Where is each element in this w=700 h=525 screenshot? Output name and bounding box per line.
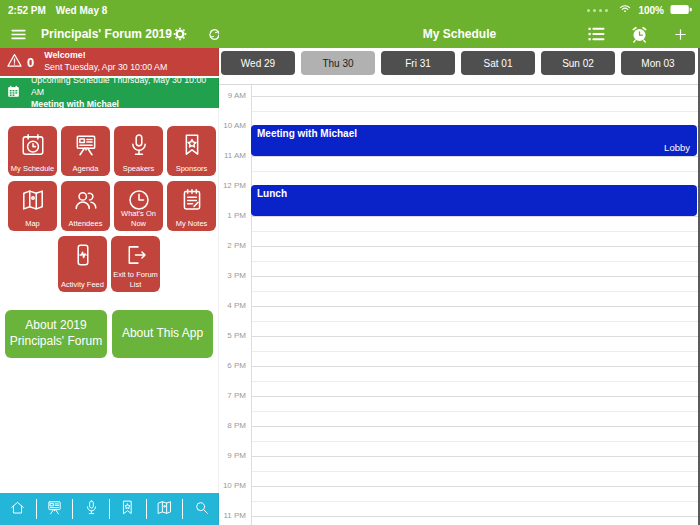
event-lunch[interactable]: Lunch (251, 185, 697, 216)
status-bar: 2:52 PM Wed May 8 100% (0, 0, 700, 20)
hour-label: 6 PM (219, 361, 246, 371)
tile-label: Activity Feed (59, 280, 106, 289)
hour-label: 9 AM (219, 91, 246, 101)
tile-label: My Schedule (9, 164, 56, 173)
hour-line (251, 306, 700, 307)
half-hour-line (251, 441, 700, 442)
about-forum-button[interactable]: About 2019 Principals' Forum (5, 310, 107, 358)
hour-line (251, 216, 700, 217)
hour-label: 5 PM (219, 331, 246, 341)
tile-exit-to-forum-list[interactable]: Exit to Forum List (111, 236, 160, 292)
hour-line (251, 396, 700, 397)
tab-thu-30[interactable]: Thu 30 (301, 51, 375, 75)
half-hour-line (251, 471, 700, 472)
quick-access-toolbar (0, 493, 219, 525)
toolbar-agenda-button[interactable] (37, 493, 73, 525)
hour-label: 11 PM (219, 511, 246, 521)
half-hour-line (251, 111, 700, 112)
schedule-header: My Schedule (219, 20, 700, 48)
tile-my-notes[interactable]: My Notes (167, 181, 216, 231)
battery-icon (670, 4, 692, 17)
toolbar-home-button[interactable] (0, 493, 36, 525)
tile-activity-feed[interactable]: Activity Feed (58, 236, 107, 292)
toolbar-map-button[interactable] (147, 493, 183, 525)
alert-subtitle: Sent Tuesday, Apr 30 10:00 AM (44, 62, 167, 74)
hour-line (251, 456, 700, 457)
tab-sat-01[interactable]: Sat 01 (461, 51, 535, 75)
left-nav-header: Principals' Forum 2019 (0, 20, 219, 48)
reminders-button[interactable] (630, 25, 649, 44)
toolbar-sponsors-button[interactable] (110, 493, 146, 525)
hour-label: 8 PM (219, 421, 246, 431)
upcoming-schedule-banner[interactable]: Upcoming Schedule Thursday, May 30 10:00… (0, 78, 219, 108)
tile-label: What's On Now (115, 209, 162, 228)
tab-mon-03[interactable]: Mon 03 (621, 51, 695, 75)
half-hour-line (251, 381, 700, 382)
hour-label: 12 PM (219, 181, 246, 191)
alarm-clock-icon (630, 25, 649, 44)
upcoming-line2: Meeting with Michael (31, 99, 213, 111)
about-app-button[interactable]: About This App (112, 310, 213, 358)
upcoming-line1: Upcoming Schedule Thursday, May 30 10:00… (31, 75, 213, 99)
tab-fri-31[interactable]: Fri 31 (381, 51, 455, 75)
hour-line (251, 426, 700, 427)
battery-percent: 100% (638, 5, 664, 16)
hamburger-icon (10, 26, 27, 43)
tile-sponsors[interactable]: Sponsors (167, 126, 216, 176)
tile-attendees[interactable]: Attendees (61, 181, 110, 231)
half-hour-line (251, 171, 700, 172)
menu-button[interactable] (10, 26, 27, 43)
half-hour-line (251, 501, 700, 502)
tile-my-schedule[interactable]: My Schedule (8, 126, 57, 176)
hour-line (251, 156, 700, 157)
tab-wed-29[interactable]: Wed 29 (221, 51, 295, 75)
alert-count: 0 (27, 55, 34, 70)
hour-label: 11 AM (219, 151, 246, 161)
toolbar-search-button[interactable] (183, 493, 219, 525)
alert-banner[interactable]: 0 Welcome! Sent Tuesday, Apr 30 10:00 AM (0, 48, 219, 76)
settings-button[interactable] (172, 26, 188, 42)
panel-divider (218, 48, 219, 525)
home-icon (9, 499, 26, 520)
hour-label: 3 PM (219, 271, 246, 281)
hour-label: 1 PM (219, 211, 246, 221)
wifi-icon (618, 2, 632, 18)
search-icon (193, 499, 210, 520)
hour-line (251, 276, 700, 277)
tile-label: Speakers (115, 164, 162, 173)
map-icon (156, 499, 173, 520)
tile-speakers[interactable]: Speakers (114, 126, 163, 176)
tab-sun-02[interactable]: Sun 02 (541, 51, 615, 75)
gear-icon (172, 26, 188, 42)
tile-label: Attendees (62, 219, 109, 228)
schedule-grid[interactable]: 9 AM10 AM11 AM12 PM1 PM2 PM3 PM4 PM5 PM6… (219, 85, 700, 525)
status-time: 2:52 PM (8, 5, 46, 16)
tile-map[interactable]: Map (8, 181, 57, 231)
tile-label: Map (9, 219, 56, 228)
tile-agenda[interactable]: Agenda (61, 126, 110, 176)
list-view-button[interactable] (586, 24, 606, 44)
event-meeting-with-michael[interactable]: Meeting with MichaelLobby (251, 125, 697, 156)
tile-label: Exit to Forum List (112, 270, 159, 289)
event-title: Lunch (257, 188, 691, 199)
toolbar-speakers-button[interactable] (73, 493, 109, 525)
hour-label: 2 PM (219, 241, 246, 251)
day-tab-bar: Wed 29Thu 30Fri 31Sat 01Sun 02Mon 03 (219, 48, 700, 85)
hour-label: 10 AM (219, 121, 246, 131)
hour-line (251, 336, 700, 337)
calendar-icon (6, 84, 21, 103)
tile-label: Sponsors (168, 164, 215, 173)
presentation-icon (46, 499, 63, 520)
tile-what-s-on-now[interactable]: What's On Now (114, 181, 163, 231)
half-hour-line (251, 411, 700, 412)
hour-line (251, 246, 700, 247)
hour-label: 9 PM (219, 451, 246, 461)
add-event-button[interactable] (673, 27, 688, 42)
plus-icon (673, 27, 688, 42)
app-screen: 2:52 PM Wed May 8 100% (0, 0, 700, 525)
hour-line (251, 366, 700, 367)
hour-label: 10 PM (219, 481, 246, 491)
hour-label: 4 PM (219, 301, 246, 311)
event-title: Meeting with Michael (257, 128, 691, 139)
half-hour-line (251, 321, 700, 322)
